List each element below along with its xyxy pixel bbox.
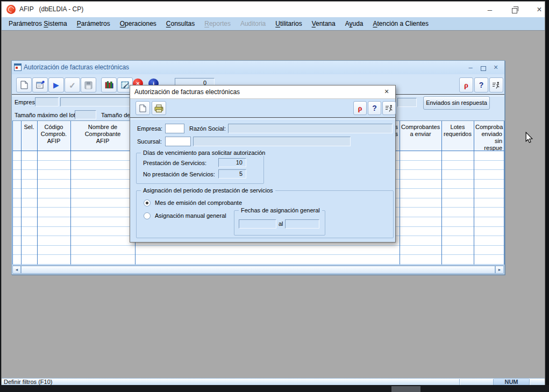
column-header-label: Código Comprob. AFIP: [41, 124, 67, 144]
table-column: [22, 151, 38, 265]
rho-tool-button[interactable]: ρ: [459, 77, 473, 92]
menu-item[interactable]: Parámetros: [72, 17, 115, 30]
exit-button[interactable]: [489, 77, 503, 92]
help-icon: ?: [372, 104, 377, 112]
app-window: AFIP (dbELDIA - CP) – × Parámetros Siste…: [1, 1, 545, 385]
column-header[interactable]: Código Comprob. AFIP: [38, 121, 71, 151]
table-column: [442, 151, 474, 265]
menu-item-accelerator: P: [77, 20, 81, 27]
new-button[interactable]: [16, 77, 32, 92]
scroll-thumb[interactable]: [21, 266, 495, 274]
scroll-right-icon: ►: [498, 268, 502, 272]
new-document-icon: [20, 81, 28, 89]
menu-item-accelerator: V: [312, 20, 316, 27]
group-fechas-asignacion: Fechas de asignación general al: [234, 210, 325, 236]
dialog-help-button[interactable]: ?: [368, 101, 381, 115]
column-header[interactable]: [13, 121, 22, 151]
dialog-empresa-input[interactable]: [165, 124, 184, 133]
group-dias-vencimiento: Días de vencimiento para solicitar autor…: [136, 153, 264, 184]
table-column: [400, 151, 442, 265]
close-icon: ×: [537, 5, 541, 14]
dialog-rho-button[interactable]: ρ: [353, 101, 367, 115]
close-icon: ×: [494, 63, 498, 72]
menu-item[interactable]: Ayuda: [340, 17, 368, 30]
child-close-button[interactable]: ×: [490, 62, 502, 73]
menu-item[interactable]: Consultas: [161, 17, 199, 30]
scroll-right-button[interactable]: ►: [495, 266, 504, 274]
properties-button[interactable]: [32, 77, 48, 92]
scroll-left-button[interactable]: ◄: [12, 266, 21, 274]
menu-item[interactable]: Operaciones: [115, 17, 161, 30]
child-titlebar[interactable]: Autorización de facturas electrónicas – …: [12, 61, 504, 74]
column-header[interactable]: Nombre de Comprobante AFIP: [71, 121, 136, 151]
prestacion-field[interactable]: 10: [218, 158, 246, 167]
dialog-exit-button[interactable]: [382, 101, 396, 115]
rho-icon: ρ: [464, 81, 468, 89]
column-header-label: Nombre de Comprobante AFIP: [85, 124, 121, 144]
save-button[interactable]: [81, 77, 96, 92]
empresa-code-field[interactable]: [35, 97, 59, 106]
minimize-icon: –: [468, 63, 472, 72]
column-header[interactable]: Sel.: [22, 121, 38, 151]
mdi-client-area: Autorización de facturas electrónicas – …: [2, 30, 545, 377]
menu-item-label: istema: [48, 20, 67, 27]
bottom-edge-strip: [0, 385, 549, 392]
enviados-sin-respuesta-button[interactable]: Enviados sin respuesta: [423, 96, 490, 110]
form-window-icon: [14, 63, 22, 71]
lots-button[interactable]: [101, 77, 117, 92]
column-header-label: Comproba enviado sin respue: [475, 124, 503, 151]
no-prestacion-label: No prestación de Servicios:: [143, 171, 215, 177]
run-button[interactable]: ▶: [48, 77, 64, 92]
play-icon: ▶: [53, 81, 59, 89]
fecha-desde-field: [239, 219, 276, 229]
radio-mes-emision[interactable]: [144, 199, 151, 206]
dialog-new-button[interactable]: [136, 101, 150, 115]
child-window-title: Autorización de facturas electrónicas: [24, 63, 129, 71]
close-button[interactable]: ×: [531, 2, 548, 17]
no-prestacion-field[interactable]: 5: [218, 169, 246, 179]
right-small-field[interactable]: [397, 98, 417, 107]
dialog-sucursal-input[interactable]: [165, 137, 191, 146]
app-icon: [6, 5, 16, 14]
menu-item-label: Parámetros: [9, 20, 44, 27]
dialog-titlebar[interactable]: Autorización de facturas electrónicas ×: [130, 85, 395, 99]
horizontal-scrollbar[interactable]: ◄ ►: [12, 265, 504, 274]
menu-item-accelerator: U: [275, 20, 280, 27]
confirm-button[interactable]: ✓: [65, 77, 80, 92]
rho-icon: ρ: [358, 104, 362, 112]
running-man-icon: [492, 81, 501, 89]
close-icon: ×: [384, 87, 389, 96]
menu-item[interactable]: Parámetros Sistema: [4, 17, 72, 30]
radio-asignacion-manual[interactable]: [144, 212, 151, 219]
menu-item[interactable]: Auditoria: [236, 17, 270, 30]
app-title: AFIP (dbELDIA - CP): [19, 5, 83, 13]
al-label: al: [279, 220, 283, 227]
menu-item[interactable]: Atención a Clientes: [368, 17, 433, 30]
restore-button[interactable]: [506, 2, 523, 17]
menu-item[interactable]: Ventana: [307, 17, 340, 30]
dialog-close-button[interactable]: ×: [381, 87, 393, 97]
menu-item-accelerator: C: [166, 20, 171, 27]
menu-item-label: arámetros: [81, 20, 110, 27]
child-maximize-button[interactable]: [477, 62, 489, 73]
menu-item[interactable]: Reportes: [199, 17, 236, 30]
help-button[interactable]: ?: [474, 77, 488, 92]
radio-asignacion-manual-label[interactable]: Asignación manual general: [155, 212, 226, 219]
menu-item-label: eportes: [209, 20, 231, 27]
menu-item-label: tención a Clientes: [377, 20, 429, 27]
dialog-print-button[interactable]: [152, 101, 166, 115]
column-header[interactable]: Comprobantes a enviar: [400, 121, 442, 151]
tamano-lote-label: Tamaño máximo del lote:: [15, 112, 80, 118]
group-asignacion-periodo: Asignación del periodo de prestación de …: [136, 190, 394, 238]
menu-item-label: entana: [316, 20, 336, 27]
tamano-lote-field[interactable]: [75, 110, 96, 119]
help-icon: ?: [479, 81, 484, 89]
save-floppy-icon: [84, 81, 92, 89]
column-header[interactable]: Comproba enviado sin respue: [474, 121, 504, 151]
minimize-button[interactable]: –: [481, 2, 498, 17]
radio-mes-emision-label[interactable]: Mes de emisión del comprobante: [155, 199, 242, 206]
column-header[interactable]: Lotes requeridos: [442, 121, 474, 151]
child-minimize-button[interactable]: –: [465, 62, 476, 73]
menu-item[interactable]: Utilitarios: [270, 17, 306, 30]
menu-item-label: peraciones: [125, 20, 156, 27]
